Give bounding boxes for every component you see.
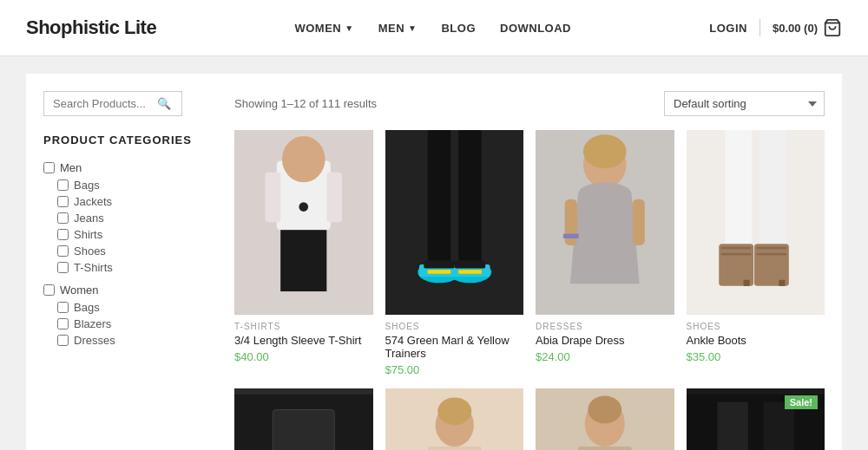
svg-rect-47 (717, 401, 747, 450)
header: Shophistic Lite WOMEN ▼ MEN ▼ BLOG DOWNL… (0, 0, 868, 56)
chevron-down-icon: ▼ (408, 23, 417, 33)
header-right: LOGIN $0.00 (0) (709, 18, 842, 37)
svg-rect-15 (424, 261, 454, 269)
logo[interactable]: Shophistic Lite (26, 16, 156, 39)
men-subcategories: Bags Jackets Jeans Shirts Shoes T-Shirts (57, 177, 217, 276)
svg-rect-10 (458, 130, 482, 261)
subcat-tshirts[interactable]: T-Shirts (57, 259, 217, 276)
product-image (687, 130, 825, 315)
svg-rect-28 (719, 244, 753, 286)
category-men-checkbox[interactable] (43, 162, 55, 173)
product-card[interactable] (536, 388, 674, 450)
svg-rect-8 (385, 130, 523, 315)
product-price: $40.00 (234, 350, 373, 363)
svg-rect-9 (427, 130, 450, 261)
svg-rect-3 (265, 173, 280, 223)
subcat-blazers[interactable]: Blazers (57, 316, 217, 332)
svg-point-21 (583, 134, 627, 168)
categories-title: PRODUCT CATEGORIES (43, 134, 217, 147)
product-image (536, 130, 674, 315)
subcat-shirts[interactable]: Shirts (57, 226, 217, 243)
search-box[interactable]: 🔍 (43, 91, 182, 116)
main-nav: WOMEN ▼ MEN ▼ BLOG DOWNLOAD (284, 15, 582, 42)
product-card[interactable]: T-SHIRTS 3/4 Length Sleeve T-Shirt $40.0… (234, 130, 373, 376)
search-input[interactable] (53, 97, 157, 110)
product-card[interactable]: DRESSES Abia Drape Dress $24.00 (536, 130, 674, 376)
product-image (536, 388, 674, 450)
subcat-jackets[interactable]: Jackets (57, 193, 217, 210)
vertical-divider (760, 19, 760, 36)
svg-rect-31 (756, 247, 786, 250)
category-men-label[interactable]: Men (43, 159, 217, 177)
product-grid: T-SHIRTS 3/4 Length Sleeve T-Shirt $40.0… (234, 130, 825, 450)
subcat-shoes[interactable]: Shoes (57, 243, 217, 259)
content-area: 🔍 PRODUCT CATEGORIES Men Bags Jackets Je… (26, 74, 842, 450)
svg-rect-6 (280, 230, 326, 291)
subcat-dresses[interactable]: Dresses (57, 332, 217, 349)
subcat-women-bags[interactable]: Bags (57, 299, 217, 316)
nav-men[interactable]: MEN ▼ (368, 15, 428, 42)
subcat-bags[interactable]: Bags (57, 177, 217, 193)
svg-rect-17 (427, 270, 450, 273)
product-card[interactable]: SHOES 574 Green Marl & Yellow Trainers $… (385, 130, 524, 376)
svg-rect-4 (326, 173, 342, 223)
product-price: $35.00 (687, 350, 825, 363)
nav-download[interactable]: DOWNLOAD (490, 15, 582, 42)
sale-badge: Sale! (785, 395, 818, 409)
product-tag: T-SHIRTS (234, 322, 373, 331)
cart-icon (823, 18, 842, 37)
product-price: $75.00 (385, 363, 524, 376)
product-card[interactable]: Sale! (687, 388, 825, 450)
product-card[interactable] (234, 388, 373, 450)
svg-point-5 (282, 136, 326, 182)
product-card[interactable] (385, 388, 524, 450)
login-button[interactable]: LOGIN (709, 22, 747, 35)
cart-amount: $0.00 (0) (773, 22, 818, 35)
svg-rect-32 (720, 253, 751, 256)
product-image (234, 130, 373, 315)
category-women-checkbox[interactable] (43, 284, 55, 296)
svg-rect-48 (763, 401, 793, 450)
svg-rect-34 (743, 280, 749, 286)
svg-rect-25 (687, 130, 825, 315)
product-name: 574 Green Marl & Yellow Trainers (385, 334, 524, 360)
product-price: $24.00 (536, 350, 674, 363)
chevron-down-icon: ▼ (345, 23, 353, 33)
main-content: Showing 1–12 of 111 results Default sort… (234, 91, 825, 450)
nav-blog[interactable]: BLOG (431, 15, 486, 42)
svg-rect-30 (720, 247, 751, 250)
product-image (385, 388, 524, 450)
sort-select[interactable]: Default sorting Sort by popularity Sort … (664, 91, 825, 116)
svg-rect-24 (633, 199, 645, 245)
product-name: Ankle Boots (687, 334, 825, 347)
product-image (385, 130, 524, 315)
sidebar: 🔍 PRODUCT CATEGORIES Men Bags Jackets Je… (43, 91, 217, 450)
svg-rect-37 (273, 409, 334, 450)
svg-rect-23 (563, 234, 579, 238)
svg-rect-33 (756, 253, 786, 256)
category-men: Men Bags Jackets Jeans Shirts Shoes T-Sh… (43, 159, 217, 276)
search-icon[interactable]: 🔍 (157, 97, 171, 110)
product-tag: DRESSES (536, 322, 674, 331)
svg-rect-27 (760, 130, 786, 245)
product-image: Sale! (687, 388, 825, 450)
product-tag: SHOES (385, 322, 524, 331)
svg-rect-45 (578, 447, 632, 450)
results-count: Showing 1–12 of 111 results (234, 97, 377, 110)
svg-rect-18 (458, 270, 482, 273)
product-image (234, 388, 373, 450)
main-wrapper: 🔍 PRODUCT CATEGORIES Men Bags Jackets Je… (0, 56, 868, 450)
product-card[interactable]: SHOES Ankle Boots $35.00 (687, 130, 825, 376)
svg-point-40 (437, 397, 471, 425)
svg-point-44 (588, 395, 621, 423)
product-name: Abia Drape Dress (536, 334, 674, 347)
svg-rect-16 (454, 261, 484, 269)
svg-rect-35 (779, 280, 785, 286)
subcat-jeans[interactable]: Jeans (57, 210, 217, 226)
category-women-label[interactable]: Women (43, 281, 217, 299)
product-tag: SHOES (687, 322, 825, 331)
cart-button[interactable]: $0.00 (0) (773, 18, 842, 37)
svg-rect-29 (753, 244, 788, 286)
svg-rect-41 (427, 447, 481, 450)
nav-women[interactable]: WOMEN ▼ (284, 15, 364, 42)
